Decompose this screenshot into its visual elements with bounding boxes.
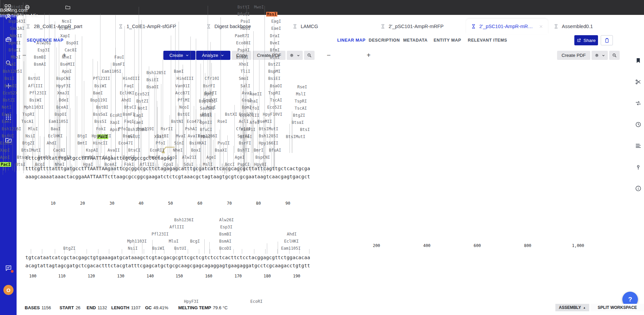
ruler-tick-label: 110 [58, 274, 66, 278]
enzyme-label[interactable]: Alw26I [219, 218, 234, 222]
rail-pin-icon[interactable] [634, 163, 643, 172]
tab-relevant-items[interactable]: RELEVANT ITEMS [468, 38, 507, 43]
left-create-pdf-button[interactable]: Create PDF [253, 51, 285, 60]
folder-icon[interactable] [65, 4, 71, 10]
ruler-tick-label: 130 [117, 274, 124, 278]
left-settings-button[interactable] [287, 51, 303, 60]
analyze-button[interactable]: Analyze [196, 51, 230, 60]
ruler-tick-label: 1,000 [572, 243, 584, 248]
globe-icon[interactable] [24, 4, 30, 10]
rail-info-icon[interactable] [634, 184, 643, 193]
enzyme-label[interactable]: MluI [169, 239, 179, 244]
rail-clock-icon[interactable] [634, 120, 643, 129]
enzyme-label[interactable]: BcoDI [219, 246, 231, 251]
rail-scissors-icon[interactable] [634, 77, 643, 86]
cut-site-line [242, 249, 242, 254]
document-tab[interactable]: 2'_pSC101-AmpR-mRFP [... [466, 19, 548, 34]
sequence-strand-top[interactable]: tgtcataatcatcgctacgagctgtgaaagatgcataaag… [25, 255, 310, 261]
ruler-tick-label: 30 [110, 201, 114, 206]
user-avatar[interactable]: O [3, 285, 14, 295]
enzyme-label[interactable]: Pfl23II [152, 232, 169, 237]
enzyme-label[interactable]: XapI [110, 120, 120, 125]
enzyme-label[interactable]: BsiEI [146, 77, 159, 82]
ruler-tick-label: 160 [205, 274, 212, 278]
cut-site-line [204, 239, 205, 254]
enzyme-label[interactable]: BsmAI [219, 239, 231, 244]
share-button[interactable]: Share [574, 35, 598, 45]
enzyme-label[interactable]: EcoRI [110, 113, 122, 118]
cut-site-line [292, 111, 292, 153]
enzyme-label[interactable]: AflIII [169, 225, 184, 229]
assembly-button[interactable]: ASSEMBLY▲ [555, 304, 589, 311]
document-tab[interactable]: Assembled0.1 [549, 19, 632, 34]
topbar-divider [0, 0, 0, 7]
document-tab-label: 1_ColE1-AmpR-sfGFP [127, 24, 176, 29]
enzyme-label[interactable]: Esp3I [220, 225, 232, 229]
split-workspace-button[interactable]: SPLIT WORKSPACE [591, 304, 644, 311]
enzyme-label[interactable]: Eco52I [135, 92, 150, 96]
enzyme-label[interactable]: EcoRI [250, 299, 262, 304]
cut-site-line [144, 249, 144, 254]
right-zoom-out[interactable]: − [327, 51, 331, 59]
ruler-tick-label: 120 [88, 274, 95, 278]
enzyme-label[interactable]: NotI [138, 106, 147, 111]
enzyme-label[interactable]: TscAI [295, 106, 307, 111]
enzyme-label[interactable]: BcgI [190, 239, 200, 244]
enzyme-label[interactable]: Bsh1236I [174, 218, 194, 222]
enzyme-label[interactable]: EclHKI [284, 239, 299, 244]
cut-site-line [31, 249, 31, 254]
enzyme-label[interactable]: BsaOI [146, 85, 159, 89]
enzyme-label[interactable]: MslI [296, 92, 306, 96]
ruler-tick-label: 10 [51, 201, 55, 206]
enzyme-label[interactable]: BtgZI [293, 113, 305, 118]
tab-metadata[interactable]: METADATA [403, 38, 428, 43]
right-create-pdf-button[interactable]: Create PDF [557, 51, 590, 60]
folder-tab-label[interactable]: Imported from Mic... [0, 13, 644, 18]
create-button[interactable]: Create [163, 51, 196, 60]
workspace-label[interactable]: Booking.com [0, 7, 644, 13]
enzyme-label[interactable]: BstUI [174, 246, 186, 251]
tab-entity-map[interactable]: ENTITY MAP [434, 38, 461, 43]
rail-align-icon[interactable] [634, 141, 643, 150]
sidebar-chat-icon[interactable] [4, 263, 13, 272]
ruler-tick-label: 180 [263, 274, 271, 278]
document-tab[interactable]: LAMCG [288, 19, 375, 34]
tab-linear-map[interactable]: LINEAR MAP [337, 38, 366, 43]
right-settings-button[interactable] [592, 51, 608, 60]
chevron-up-icon: ▲ [583, 306, 586, 309]
enzyme-label[interactable]: HpyF3I [184, 299, 199, 304]
cut-site-line [42, 249, 42, 254]
right-search-button[interactable] [609, 51, 620, 60]
dna-hourglass-icon [206, 24, 211, 29]
rail-bookmark-icon[interactable] [634, 56, 643, 65]
enzyme-label[interactable]: BsiWI [152, 246, 164, 251]
sequence-strand-bottom[interactable]: acagtattagtagcgatgctcgacactttctacgtatttc… [25, 263, 310, 269]
dna-hourglass-icon [471, 24, 476, 29]
document-tab[interactable]: 2'_pSC101-AmpR-mRFP [375, 19, 465, 34]
enzyme-label[interactable]: BtsI [300, 127, 310, 132]
left-search-button[interactable] [304, 51, 315, 60]
enzyme-label[interactable]: Mph1103I [127, 239, 147, 244]
clipboard-button[interactable] [601, 35, 613, 45]
enzyme-label[interactable]: Eam1105I [281, 246, 301, 251]
rail-swap-icon[interactable] [634, 99, 643, 108]
right-zoom-in[interactable]: + [367, 51, 371, 59]
status-end: END1132 [87, 305, 107, 310]
cut-site-line [122, 249, 122, 254]
enzyme-label[interactable]: BtsIMutI [286, 134, 305, 139]
tab-description[interactable]: DESCRIPTION [369, 38, 400, 43]
enzyme-label[interactable]: NsiI [128, 246, 138, 251]
ruler-tick-label: 70 [227, 201, 232, 206]
cut-site-line [87, 249, 87, 254]
enzyme-label[interactable]: AhdI [287, 232, 297, 237]
close-icon[interactable] [539, 24, 543, 29]
enzyme-label[interactable]: TspRI [295, 99, 307, 104]
enzyme-label[interactable]: BtgZI [63, 246, 75, 251]
document-tab[interactable]: 1_ColE1-AmpR-sfGFP [113, 19, 201, 34]
document-tab-label: 2'_pSC101-AmpR-mRFP [389, 24, 443, 29]
enzyme-label[interactable]: BsmBI [219, 232, 231, 237]
enzyme-label[interactable]: RseI [297, 85, 307, 89]
app-grid-icon[interactable] [4, 4, 12, 11]
sequence-strand-bottom[interactable]: aaagcaaaataaactacggaAATTAATTcttaagcgccgg… [25, 174, 310, 180]
enzyme-label[interactable]: BtsαI [292, 120, 304, 125]
